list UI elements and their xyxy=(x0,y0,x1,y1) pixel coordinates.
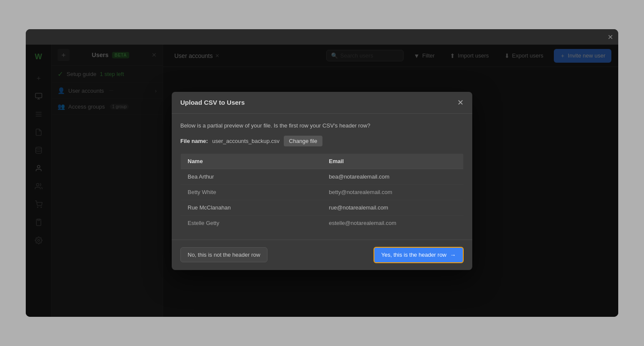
dialog-close-button[interactable]: ✕ xyxy=(457,99,464,106)
yes-header-label: Yes, this is the header row xyxy=(381,252,447,258)
change-file-button[interactable]: Change file xyxy=(284,136,322,146)
csv-preview-table: Name Email Bea Arthurbea@notarealemail.c… xyxy=(180,153,464,231)
table-cell-email: rue@notarealemail.com xyxy=(322,200,464,215)
table-cell-name: Betty White xyxy=(181,184,322,200)
main-content: User accounts ✕ 🔍 Search users ▼ Filter … xyxy=(163,45,618,317)
file-name-label: File name: xyxy=(180,138,208,144)
yes-header-button[interactable]: Yes, this is the header row → xyxy=(374,247,464,263)
no-header-button[interactable]: No, this is not the header row xyxy=(180,247,267,262)
dialog-body: Below is a partial preview of your file.… xyxy=(172,114,472,240)
dialog-description: Below is a partial preview of your file.… xyxy=(180,122,464,129)
table-cell-email: betty@notarealemail.com xyxy=(322,184,464,200)
table-cell-name: Rue McClanahan xyxy=(181,200,322,215)
table-cell-email: estelle@notarealemail.com xyxy=(322,215,464,231)
dialog-title: Upload CSV to Users xyxy=(180,99,245,106)
table-row: Betty Whitebetty@notarealemail.com xyxy=(181,184,464,200)
window-titlebar: ✕ xyxy=(26,29,618,45)
table-row: Bea Arthurbea@notarealemail.com xyxy=(181,169,464,184)
arrow-right-icon: → xyxy=(450,252,456,258)
dialog-header: Upload CSV to Users ✕ xyxy=(172,92,472,114)
table-cell-name: Bea Arthur xyxy=(181,169,322,184)
table-cell-email: bea@notarealemail.com xyxy=(322,169,464,184)
dialog-footer: No, this is not the header row Yes, this… xyxy=(172,240,472,270)
file-name-value: user_accounts_backup.csv xyxy=(212,138,279,144)
window-close-button[interactable]: ✕ xyxy=(608,33,613,41)
modal-overlay: Upload CSV to Users ✕ Below is a partial… xyxy=(163,45,618,317)
table-row: Rue McClanahanrue@notarealemail.com xyxy=(181,200,464,215)
csv-upload-dialog: Upload CSV to Users ✕ Below is a partial… xyxy=(172,92,472,270)
file-name-row: File name: user_accounts_backup.csv Chan… xyxy=(180,136,464,146)
table-row: Estelle Gettyestelle@notarealemail.com xyxy=(181,215,464,231)
table-cell-name: Estelle Getty xyxy=(181,215,322,231)
table-header-email: Email xyxy=(322,153,464,169)
app-window: ✕ W ＋ xyxy=(26,29,618,317)
table-header-name: Name xyxy=(181,153,322,169)
